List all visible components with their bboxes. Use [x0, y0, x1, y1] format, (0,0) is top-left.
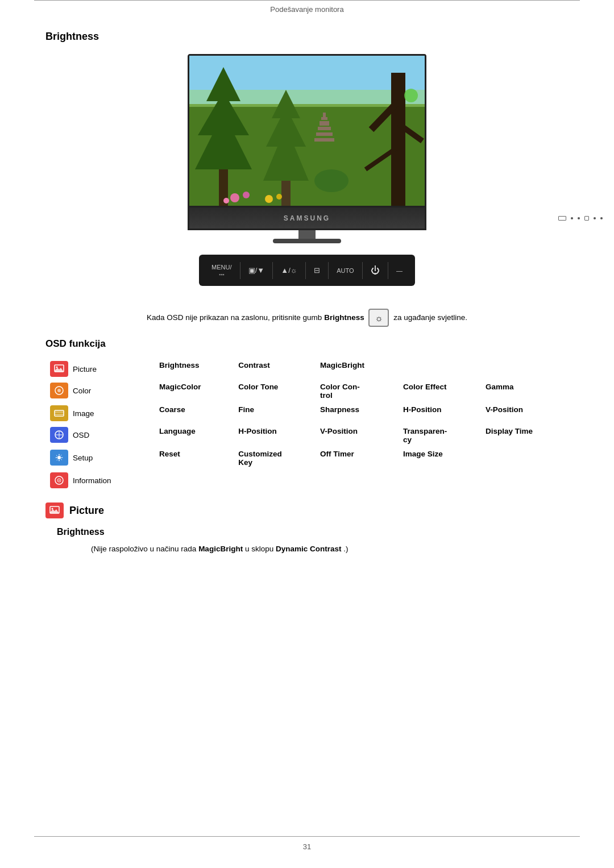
- image-hposition: H-Position: [399, 402, 481, 424]
- divider-3: [305, 262, 306, 279]
- button-panel: MENU/ ▪▪▪ ▣/▼ ▲/☼ ⊟ AUTO: [199, 255, 415, 286]
- svg-rect-9: [318, 127, 331, 130]
- divider-1: [240, 262, 240, 279]
- svg-point-41: [52, 508, 53, 510]
- note-prefix: (Nije raspoloživo u načinu rada: [91, 545, 196, 553]
- monitor-screen: [188, 54, 426, 207]
- osd-language: Language: [155, 424, 234, 447]
- monitor-frame: SAMSUNG: [188, 54, 426, 243]
- para-prefix: Kada OSD nije prikazan na zaslonu, priti…: [147, 313, 322, 322]
- setup-offtimer: Off Timer: [316, 447, 399, 470]
- osd-icon-cell-picture: Picture: [45, 358, 155, 380]
- button-panel-container: MENU/ ▪▪▪ ▣/▼ ▲/☼ ⊟ AUTO: [45, 255, 569, 286]
- footer: 31: [34, 836, 580, 851]
- stand-neck: [298, 230, 316, 239]
- page-container: Podešavanje monitora Brightness: [0, 0, 614, 868]
- osd-icon-cell-image: Image: [45, 402, 155, 424]
- color-gamma: Gamma: [481, 380, 569, 402]
- brightness-button-group: ▲/☼: [281, 266, 297, 275]
- page-number: 31: [34, 842, 580, 851]
- minus-button-group: —: [396, 267, 403, 274]
- monitor-image-container: SAMSUNG: [45, 54, 569, 243]
- menu-label: ▪▪▪: [219, 272, 225, 277]
- picture-menu-label: Picture: [73, 365, 97, 373]
- osd-row-information: Information: [45, 470, 569, 491]
- setup-menu-label: Setup: [73, 454, 93, 462]
- svg-point-23: [404, 89, 418, 102]
- image-coarse: Coarse: [155, 402, 234, 424]
- picture-heading: Picture: [45, 502, 569, 518]
- svg-rect-11: [321, 117, 327, 120]
- picture-icon-large: [45, 502, 64, 518]
- input-button-group: ⊟: [314, 266, 320, 275]
- picture-contrast: Contrast: [234, 358, 316, 380]
- svg-point-35: [57, 456, 61, 459]
- color-effect: Color Effect: [399, 380, 481, 402]
- picture-icon-svg: [54, 364, 64, 373]
- auto-symbol: AUTO: [337, 267, 354, 274]
- setup-icon: [50, 450, 68, 466]
- svg-point-20: [265, 195, 273, 203]
- osd-row-image: Image Coarse Fine Sharpness H-Position V…: [45, 402, 569, 424]
- brightness-note: (Nije raspoloživo u načinu rada MagicBri…: [91, 543, 569, 555]
- osd-transparency: Transparen-cy: [399, 424, 481, 447]
- osd-menu-label: OSD: [73, 431, 89, 439]
- para-suffix: za ugađanje svjetline.: [393, 313, 467, 322]
- svg-rect-29: [55, 410, 64, 416]
- osd-icon: [50, 427, 68, 443]
- color-control: Color Con-trol: [316, 380, 399, 402]
- svg-rect-8: [316, 132, 333, 136]
- picture-section: Picture Brightness (Nije raspoloživo u n…: [45, 502, 569, 555]
- svg-rect-12: [323, 113, 326, 117]
- image-icon: [50, 405, 68, 421]
- monitor-stand: [188, 230, 426, 243]
- osd-row-color: Color MagicColor Color Tone Color Con-tr…: [45, 380, 569, 402]
- svg-point-19: [223, 198, 229, 203]
- scene-svg: [189, 56, 426, 207]
- color-icon-svg: [54, 385, 64, 396]
- menu-button-group: MENU/ ▪▪▪: [211, 264, 231, 277]
- osd-icon-cell-color: Color: [45, 380, 155, 402]
- setup-reset: Reset: [155, 447, 234, 470]
- content-area: Brightness: [0, 31, 614, 555]
- svg-rect-6: [281, 181, 291, 207]
- info-icon: [50, 472, 68, 488]
- osd-row-picture: Picture Brightness Contrast MagicBright: [45, 358, 569, 380]
- svg-rect-13: [391, 73, 405, 207]
- brightness-icon-inline: ☼: [368, 309, 389, 327]
- svg-point-38: [59, 480, 60, 481]
- svg-point-22: [314, 169, 349, 192]
- brand-logo: SAMSUNG: [284, 214, 330, 222]
- osd-icon-cell-setup: Setup: [45, 447, 155, 470]
- image-sharpness: Sharpness: [316, 402, 399, 424]
- monitor-bezel: SAMSUNG: [188, 207, 426, 230]
- color-tone: Color Tone: [234, 380, 316, 402]
- divider-5: [362, 262, 363, 279]
- osd-icon-cell-osd: OSD: [45, 424, 155, 447]
- svg-rect-10: [320, 121, 329, 126]
- osd-row-osd: OSD Language H-Position V-Position Trans…: [45, 424, 569, 447]
- image-icon-svg: [54, 409, 64, 417]
- brightness-sub-heading: Brightness: [57, 527, 569, 537]
- color-icon: [50, 383, 68, 398]
- minus-symbol: —: [396, 267, 403, 274]
- para-bold: Brightness: [324, 313, 364, 322]
- header: Podešavanje monitora: [34, 0, 580, 14]
- brightness-heading: Brightness: [45, 31, 569, 43]
- picture-large-icon-svg: [49, 506, 60, 515]
- svg-point-17: [230, 193, 239, 202]
- osd-displaytime: Display Time: [481, 424, 569, 447]
- osd-hposition: H-Position: [234, 424, 316, 447]
- picture-magicbright: MagicBright: [316, 358, 399, 380]
- info-icon-svg: [54, 475, 64, 485]
- osd-icon-svg: [54, 430, 64, 440]
- power-button-group: ⏻: [371, 265, 380, 276]
- setup-icon-svg: [54, 452, 64, 463]
- setup-customized: CustomizedKey: [234, 447, 316, 470]
- note-middle: u sklopu: [245, 545, 273, 553]
- osd-vposition: V-Position: [316, 424, 399, 447]
- note-suffix: .): [343, 545, 348, 553]
- svg-rect-7: [314, 138, 334, 142]
- input-symbol: ⊟: [314, 266, 320, 275]
- setup-imagesize: Image Size: [399, 447, 481, 470]
